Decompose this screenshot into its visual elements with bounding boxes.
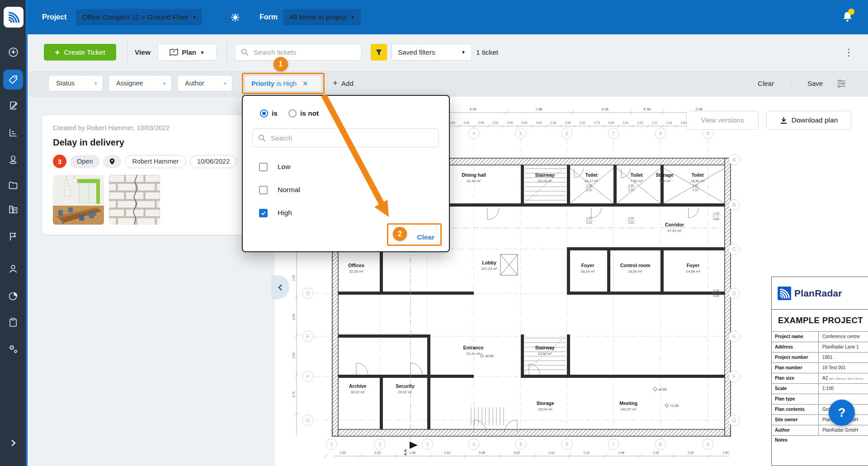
create-ticket-button[interactable]: + Create Ticket (44, 44, 116, 61)
more-options-button[interactable]: ⋮ (844, 44, 854, 61)
svg-text:1.00: 1.00 (713, 289, 719, 292)
svg-text:3.98: 3.98 (601, 107, 609, 111)
checkbox-unchecked-icon[interactable] (259, 163, 268, 171)
ticket-assignee-badge: Robert Hammer (125, 155, 186, 168)
clipboard-icon (8, 317, 19, 328)
annotation-step-2: 2 (393, 227, 407, 241)
notifications-button[interactable] (842, 11, 853, 23)
help-button[interactable]: ? (829, 400, 855, 426)
sidebar-item-flags[interactable] (3, 226, 23, 246)
add-filter-label: Add (341, 80, 354, 87)
svg-text:D: D (732, 291, 736, 296)
popup-option-low[interactable]: Low (259, 161, 300, 172)
svg-text:7: 7 (612, 131, 615, 136)
ticket-photo-meeting-room[interactable] (53, 175, 104, 225)
ticket-photo-cracked-wall[interactable] (109, 175, 160, 225)
sidebar-item-site-map[interactable] (3, 150, 23, 169)
sidebar-item-reports[interactable] (3, 286, 23, 306)
clear-filters-button[interactable]: Clear (752, 75, 779, 91)
title-block-logo: PlanRadar (772, 277, 868, 309)
planradar-logo[interactable] (4, 7, 24, 28)
search-tickets-input[interactable] (253, 48, 356, 56)
view-mode-selector[interactable]: Plan ▼ (158, 44, 217, 61)
sidebar-item-dashboard[interactable] (3, 42, 23, 62)
room-label: Toilet (630, 172, 643, 178)
popup-option-label: Normal (278, 186, 300, 194)
room-label: Meeting (619, 400, 637, 406)
checkbox-unchecked-icon[interactable] (259, 186, 268, 194)
room-label: Foyer (581, 263, 594, 268)
radio-unselected-icon[interactable] (288, 109, 297, 118)
room-area: 16,24 m² (580, 269, 595, 273)
room-label: Stairway (535, 345, 554, 350)
svg-text:1.02: 1.02 (666, 121, 672, 124)
saved-filters-selector[interactable]: Saved filters ▼ (392, 44, 472, 61)
popup-option-high[interactable]: High (259, 207, 300, 218)
sidebar-item-tickets[interactable] (3, 70, 23, 89)
sidebar-item-settings[interactable] (3, 339, 23, 359)
filter-settings-button[interactable] (836, 75, 846, 91)
search-icon (241, 48, 249, 56)
filter-chip-status[interactable]: Status ▾ (48, 75, 103, 91)
funnel-icon (375, 49, 382, 56)
save-filters-button[interactable]: Save (802, 75, 829, 91)
room-label: Archive (349, 383, 367, 389)
svg-text:3: 3 (426, 442, 429, 447)
room-area: 15,17 m² (584, 179, 599, 183)
project-settings-button[interactable] (230, 0, 241, 34)
ticket-count-badge: 3 (53, 155, 66, 168)
svg-text:0.99: 0.99 (449, 121, 455, 124)
ticket-location-badge[interactable] (103, 155, 121, 168)
add-filter-button[interactable]: + Add (333, 75, 354, 91)
filter-chip-assignee[interactable]: Assignee ▾ (108, 75, 172, 91)
checkbox-checked-icon[interactable] (259, 209, 268, 217)
chevron-down-icon: ▾ (351, 14, 354, 20)
form-edit-icon (8, 100, 19, 111)
room-area: 29,02 m² (398, 390, 412, 394)
svg-text:0.99: 0.99 (478, 121, 484, 124)
sidebar-item-documents[interactable] (3, 175, 23, 195)
sidebar-item-tasks[interactable] (3, 312, 23, 332)
popup-clear-button[interactable]: Clear (417, 233, 434, 241)
svg-text:1.00: 1.00 (628, 184, 634, 187)
popup-search-input[interactable] (270, 134, 433, 142)
ticket-due-date-badge: 10/06/2022 (190, 155, 237, 168)
operator-is-option[interactable]: is (260, 109, 278, 118)
sidebar-item-statistics[interactable] (3, 122, 23, 142)
remove-filter-icon[interactable]: ✕ (302, 80, 308, 88)
room-area: 21,41 m² (466, 352, 481, 356)
ticket-card[interactable]: Created by Robert Hammer, 10/03/2022 Del… (42, 115, 269, 235)
room-area: 15,76 m² (538, 179, 552, 183)
view-versions-button[interactable]: View versions (686, 111, 759, 130)
svg-text:1.50: 1.50 (292, 275, 295, 281)
pie-chart-icon (8, 291, 19, 301)
filter-chip-priority-active[interactable]: Priority is High ✕ (245, 75, 321, 92)
project-selector[interactable]: Office Complex 11 > Ground Floor ▾ (76, 9, 202, 25)
chevron-down-icon: ▾ (193, 14, 196, 20)
sidebar-item-company[interactable] (3, 199, 23, 219)
form-selector[interactable]: All forms in project ▾ (283, 9, 361, 25)
download-plan-button[interactable]: Download plan (766, 111, 851, 130)
svg-text:2.10: 2.10 (628, 221, 634, 224)
folder-icon (8, 180, 19, 191)
room-area: 7,46 m² (658, 179, 670, 183)
svg-text:8: 8 (659, 442, 662, 447)
filter-toggle-button[interactable] (371, 44, 387, 61)
svg-text:1.50: 1.50 (292, 353, 295, 359)
operator-is-not-option[interactable]: is not (288, 109, 319, 118)
sidebar-item-forms[interactable] (3, 95, 23, 115)
sidebar-expand-button[interactable] (3, 433, 23, 453)
filter-chip-author[interactable]: Author ▾ (177, 75, 232, 91)
svg-text:9: 9 (707, 442, 709, 447)
active-filter-condition: is High (277, 80, 297, 87)
svg-text:0.30: 0.30 (464, 121, 470, 124)
radio-selected-icon[interactable] (260, 109, 268, 118)
svg-text:2.02: 2.02 (580, 121, 585, 124)
room-label: Dining hall (462, 172, 486, 178)
operator-is-label: is (272, 109, 278, 118)
sidebar-item-users[interactable] (3, 259, 23, 279)
svg-text:1.00: 1.00 (586, 184, 592, 187)
chevron-down-icon: ▾ (94, 80, 97, 87)
svg-text:1.50: 1.50 (340, 451, 346, 454)
popup-option-normal[interactable]: Normal (259, 184, 300, 195)
